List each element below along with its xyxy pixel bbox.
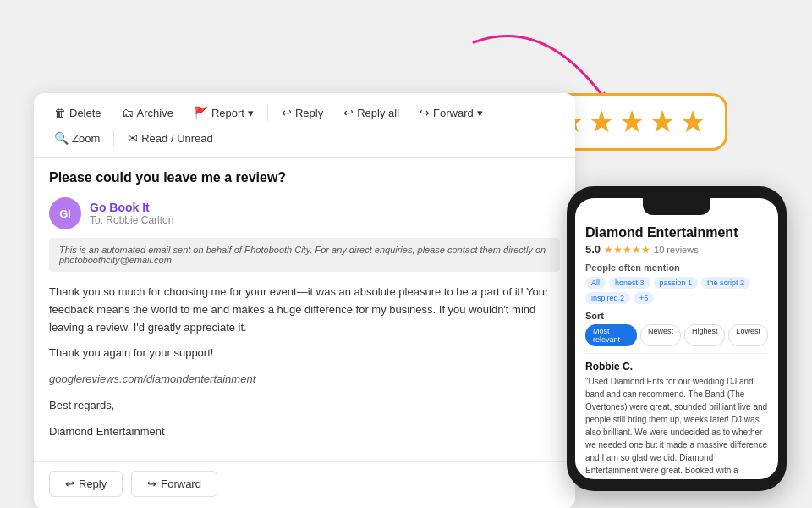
star-4: ★ — [649, 104, 676, 140]
review-count: 10 reviews — [654, 245, 699, 255]
bottom-forward-button[interactable]: ↪ Forward — [131, 471, 217, 497]
phone-notch — [643, 198, 710, 215]
report-button[interactable]: 🚩 Report ▾ — [185, 102, 262, 124]
reply-button[interactable]: ↩ Reply — [273, 102, 332, 124]
sort-highest[interactable]: Highest — [684, 324, 726, 346]
envelope-icon: ✉ — [128, 131, 138, 145]
bottom-reply-icon: ↩ — [65, 478, 74, 490]
chip-script[interactable]: the script 2 — [701, 277, 750, 289]
zoom-icon: 🔍 — [54, 131, 69, 145]
sender-info: Go Book It To: Robbie Carlton — [90, 201, 173, 226]
flag-icon: 🚩 — [194, 106, 208, 119]
archive-icon: 🗂 — [122, 106, 134, 119]
reply-all-button[interactable]: ↩ Reply all — [335, 102, 408, 124]
sort-most-relevant[interactable]: Most relevant — [585, 324, 637, 346]
toolbar-separator — [267, 104, 268, 121]
email-body: Thank you so much for choosing me for yo… — [34, 280, 575, 461]
sender-name: Go Book It — [90, 201, 173, 214]
review-item-1: Robbie C. "Used Diamond Ents for our wed… — [585, 353, 768, 479]
reply-all-icon: ↩ — [343, 106, 354, 119]
sort-label: Sort — [585, 311, 768, 321]
sort-chips: Most relevant Newest Highest Lowest — [585, 324, 768, 346]
mention-chips: All honest 3 passion 1 the script 2 insp… — [585, 277, 768, 304]
sender-to: To: Robbie Carlton — [90, 214, 173, 226]
toolbar-separator-2 — [497, 104, 497, 121]
rating-score: 5.0 — [585, 243, 601, 256]
sort-lowest[interactable]: Lowest — [728, 324, 768, 346]
forward-icon: ↪ — [420, 106, 430, 119]
body-para1: Thank you so much for choosing me for yo… — [49, 284, 560, 336]
auto-notice: This is an automated email sent on behal… — [49, 238, 560, 272]
reply-icon: ↩ — [282, 106, 292, 119]
rating-row: 5.0 ★★★★★ 10 reviews — [585, 243, 768, 256]
bottom-forward-icon: ↪ — [147, 478, 156, 490]
delete-button[interactable]: 🗑 Delete — [46, 102, 110, 124]
body-signature: Diamond Entertainment — [49, 423, 560, 441]
chip-inspired[interactable]: inspired 2 — [585, 292, 630, 304]
trash-icon: 🗑 — [54, 106, 66, 119]
phone-mockup: Diamond Entertainment 5.0 ★★★★★ 10 revie… — [567, 186, 787, 491]
toolbar-separator-3 — [113, 130, 114, 146]
body-regards: Best regards, — [49, 397, 560, 415]
chip-honest[interactable]: honest 3 — [609, 277, 650, 289]
email-toolbar: 🗑 Delete 🗂 Archive 🚩 Report ▾ ↩ Reply ↩ … — [34, 93, 575, 158]
small-stars: ★★★★★ — [604, 244, 650, 256]
star-3: ★ — [618, 104, 645, 140]
chip-passion[interactable]: passion 1 — [654, 277, 699, 289]
forward-button[interactable]: ↪ Forward ▾ — [411, 102, 491, 124]
star-5: ★ — [679, 104, 706, 140]
read-unread-button[interactable]: ✉ Read / Unread — [119, 127, 222, 149]
review-text: "Used Diamond Ents for our wedding DJ an… — [585, 375, 768, 479]
bottom-reply-button[interactable]: ↩ Reply — [49, 471, 123, 497]
chip-all[interactable]: All — [585, 277, 606, 289]
sender-row: GI Go Book It To: Robbie Carlton — [34, 192, 575, 238]
body-link[interactable]: googlereviews.com/diamondentertainment — [49, 371, 560, 389]
email-subject: Please could you leave me a review? — [34, 158, 575, 192]
phone-screen: Diamond Entertainment 5.0 ★★★★★ 10 revie… — [575, 198, 778, 479]
sort-newest[interactable]: Newest — [640, 324, 681, 346]
people-mention-label: People often mention — [585, 262, 768, 273]
body-para2: Thank you again for your support! — [49, 345, 560, 362]
avatar: GI — [49, 197, 81, 229]
business-name: Diamond Entertainment — [585, 225, 768, 240]
email-panel: 🗑 Delete 🗂 Archive 🚩 Report ▾ ↩ Reply ↩ … — [34, 93, 575, 508]
archive-button[interactable]: 🗂 Archive — [113, 102, 182, 124]
star-2: ★ — [588, 104, 615, 140]
zoom-button[interactable]: 🔍 Zoom — [46, 127, 108, 149]
bottom-toolbar: ↩ Reply ↪ Forward — [34, 461, 575, 508]
chip-more[interactable]: +5 — [634, 292, 654, 304]
reviewer-name: Robbie C. — [585, 361, 768, 373]
